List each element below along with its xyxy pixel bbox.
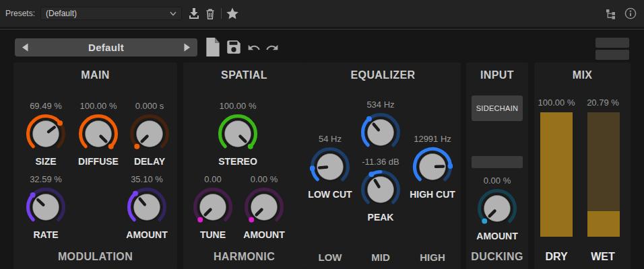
panel-equalizer: EQUALIZER 534 Hz 54 Hz LOW CUT 12991 Hz … [305,63,461,269]
fader-label-wet: WET [579,251,626,263]
knob-value: -11.36 dB [362,157,399,167]
diffuse-knob[interactable] [78,114,119,154]
knob-label: SIZE [35,156,56,167]
panel-input: INPUT SIDECHAIN 0.00 % AMOUNT DUCKING [466,63,528,269]
panel-main: MAIN 69.49 % SIZE 100.00 % DIFFUSE 0.000… [13,63,177,269]
mod-amount-knob[interactable] [127,187,167,227]
knob-value: 100.00 % [80,101,117,112]
save-preset-icon[interactable] [186,5,202,22]
knob-value: 0.000 s [135,101,164,112]
knob-label: AMOUNT [126,229,167,240]
save-icon[interactable] [225,38,243,56]
knob-group-tune: 0.00 TUNE [185,174,241,240]
new-preset-icon[interactable] [204,37,222,57]
high-cut-knob[interactable] [412,147,453,187]
knob-group-peak-gain: -11.36 dB PEAK [352,157,409,223]
preset-dropdown[interactable]: (Default) [40,7,182,20]
knob-value: 100.00 % [220,101,257,112]
eq-band-low[interactable]: LOW [305,252,355,263]
ducking-amount-knob[interactable] [477,188,517,229]
redo-icon[interactable] [265,41,280,54]
knob-group-mod-amount: 35.10 % AMOUNT [119,174,175,240]
plugin-logo-placeholder [595,38,629,61]
knob-label: AMOUNT [476,231,517,241]
topbar-separator [0,29,644,30]
dry-fader-fill [540,112,573,237]
knob-label: AMOUNT [243,229,284,240]
knob-group-delay: 0.000 s DELAY [121,101,178,167]
knob-group-harmonic-amount: 0.00 % AMOUNT [236,174,292,240]
panel-title-equalizer: EQUALIZER [305,69,461,81]
knob-group-rate: 32.59 % RATE [18,174,74,240]
wet-fader-fill [587,211,620,237]
knob-value: 32.59 % [30,174,62,185]
size-knob[interactable] [26,114,66,154]
panel-title-main: MAIN [13,69,177,81]
knob-value: 0.00 [204,174,221,185]
panel-title-harmonic: HARMONIC [183,251,305,263]
panel-title-mix: MIX [534,69,631,81]
knob-label: TUNE [200,229,226,240]
panel-title-modulation: MODULATION [13,251,177,263]
knob-value: 69.49 % [30,101,62,112]
rate-knob[interactable] [26,187,66,227]
plugin-window: Presets: (Default) [0,0,644,269]
panel-spatial: SPATIAL 100.00 % STEREO 0.00 TUNE 0.00 %… [183,63,305,269]
stereo-knob[interactable] [218,114,258,154]
knob-group-diffuse: 100.00 % DIFFUSE [70,101,127,167]
favorite-star-icon[interactable] [224,5,240,22]
host-preset-bar: Presets: (Default) [0,0,644,27]
tune-knob[interactable] [193,187,233,227]
eq-band-high[interactable]: HIGH [408,252,457,263]
eq-band-mid[interactable]: MID [356,252,406,263]
knob-label: DIFFUSE [78,156,119,167]
delay-knob[interactable] [129,114,170,154]
preset-dropdown-value: (Default) [46,9,170,18]
knob-value: 534 Hz [366,100,394,110]
next-preset-arrow-icon[interactable] [182,42,192,52]
fader-value-wet: 20.79 % [579,98,626,108]
knob-group-high-cut: 12991 Hz HIGH CUT [404,134,461,200]
knob-group-peak-freq: 534 Hz [352,100,409,153]
knob-group-size: 69.49 % SIZE [18,101,74,167]
chevron-down-icon [170,11,176,16]
undo-icon[interactable] [247,41,261,54]
harmonic-amount-knob[interactable] [244,187,284,227]
delete-preset-icon[interactable] [202,5,218,22]
knob-label: LOW CUT [308,189,352,200]
toolbar-divider [221,8,222,19]
knob-label: PEAK [368,212,394,223]
knob-group-stereo: 100.00 % STEREO [210,101,266,167]
io-routing-icon[interactable] [602,5,618,22]
peak-frequency-knob[interactable] [360,112,401,153]
knob-value: 54 Hz [319,134,342,145]
preset-name: Default [88,42,124,53]
panel-mix: MIX 100.00 % 20.79 % DRY WET [534,63,631,269]
previous-preset-arrow-icon[interactable] [20,42,30,52]
knob-group-low-cut: 54 Hz LOW CUT [302,134,358,200]
wet-fader[interactable] [587,112,620,237]
knob-label: DELAY [134,156,165,167]
knob-value: 0.00 % [251,174,278,185]
preset-navigator[interactable]: Default [15,38,197,56]
low-cut-knob[interactable] [310,147,350,187]
input-meter [472,156,523,168]
knob-label: RATE [33,229,58,240]
dry-fader[interactable] [540,112,573,237]
presets-label: Presets: [5,9,35,18]
knob-value: 35.10 % [131,174,163,185]
knob-label: STEREO [218,156,257,167]
panel-title-ducking: DUCKING [466,251,528,263]
peak-gain-knob[interactable] [360,169,401,210]
panel-title-input: INPUT [466,69,528,81]
panel-title-spatial: SPATIAL [183,69,305,81]
knob-label: HIGH CUT [410,189,455,200]
knob-group-ducking-amount: 0.00 % AMOUNT [469,176,525,241]
knob-value: 12991 Hz [414,134,451,145]
sidechain-button[interactable]: SIDECHAIN [472,95,523,121]
fader-label-dry: DRY [533,251,580,263]
fader-value-dry: 100.00 % [533,98,580,108]
info-icon[interactable] [622,5,639,22]
knob-value: 0.00 % [484,176,511,186]
